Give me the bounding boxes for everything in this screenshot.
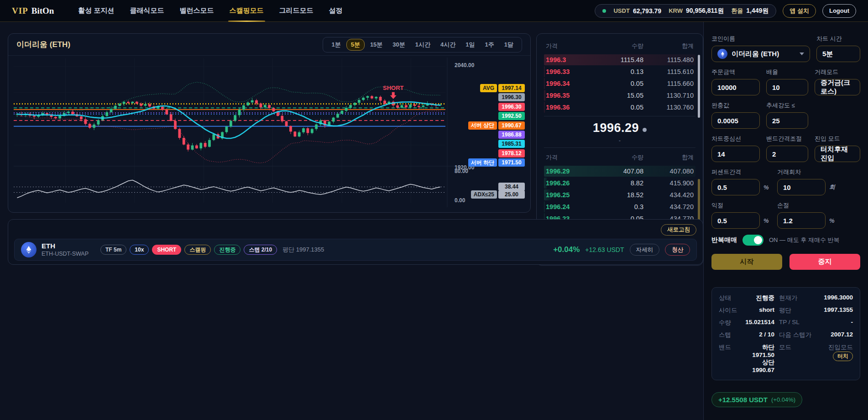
timeframe-4시간[interactable]: 4시간 (436, 39, 460, 51)
timeframe-group: 1분5분15분30분1시간4시간1일1주1달 (323, 37, 522, 52)
chart-panel: 이더리움 (ETH) 1분5분15분30분1시간4시간1일1주1달 SHORT … (8, 33, 531, 213)
orderbook-qty: 0.3 (593, 203, 643, 210)
trade-mode-select[interactable]: 증거금(크로스) (815, 79, 860, 95)
start-button[interactable]: 시작 (711, 254, 782, 270)
refresh-button[interactable]: 새로고침 (661, 224, 696, 236)
price-level-value: 1985.31 (498, 140, 525, 148)
repeat-trade-toggle[interactable] (743, 235, 763, 246)
price-level-value: 1978.12 (498, 149, 525, 158)
price-axis: 2040.001920.0080.000.00AVG1997.141996.30… (447, 58, 526, 210)
orderbook-col-header: 합계 (643, 153, 694, 162)
ask-scrollbar[interactable] (698, 55, 700, 118)
price-level-value: 1997.14 (498, 84, 525, 92)
nav-item-설정[interactable]: 설정 (321, 0, 350, 22)
take-profit-input[interactable] (711, 212, 760, 229)
orderbook-price: 1996.3 (546, 56, 593, 63)
tp-unit: % (763, 217, 769, 224)
order-amount-input[interactable] (711, 79, 760, 95)
ask-row[interactable]: 1996.3515.051130.710 (544, 89, 695, 101)
entry-mode-label: 진입 모드 (815, 135, 860, 143)
liquidate-button[interactable]: 청산 (665, 244, 690, 256)
badge-10x: 10x (130, 245, 149, 255)
timeframe-1주[interactable]: 1주 (481, 39, 499, 51)
ask-row[interactable]: 1996.31115.481115.480 (544, 54, 695, 66)
nav-item-그리드모드[interactable]: 그리드모드 (272, 0, 321, 22)
position-row[interactable]: ETH ETH-USDT-SWAP TF 5m10xSHORT스캘핑진행중스텝 … (14, 239, 697, 261)
orderbook-qty: 407.08 (593, 168, 643, 175)
orderbook-total: 1115.610 (643, 68, 694, 75)
brand-logo[interactable]: VIP BitOn (12, 6, 54, 16)
leverage-input[interactable] (766, 79, 808, 95)
chart-header: 이더리움 (ETH) 1분5분15분30분1시간4시간1일1주1달 (8, 34, 530, 56)
pnl-pill: +12.5508 USDT (+0.04%) (711, 392, 802, 407)
timeframe-1달[interactable]: 1달 (500, 39, 518, 51)
last-price-block: 1996.29 - (544, 116, 695, 148)
rounds-input[interactable] (777, 179, 826, 195)
status-label: 수량 (719, 319, 740, 327)
order-amount-label: 주문금액 (711, 68, 760, 76)
percent-unit: % (763, 184, 769, 191)
status-label: 현재가 (779, 294, 818, 302)
coin-name-label: 코인이름 (711, 35, 810, 43)
status-value: 2007.12 (823, 331, 853, 338)
percent-gap-input[interactable] (711, 179, 760, 195)
orderbook-qty: 15.05 (593, 92, 643, 99)
app-install-button[interactable]: 앱 설치 (783, 4, 816, 18)
rounds-unit: 회 (829, 183, 835, 191)
axis-tick: 2040.00 (455, 62, 474, 68)
nav-item-벨런스모드[interactable]: 벨런스모드 (172, 0, 222, 22)
detail-button[interactable]: 자세히 (630, 244, 660, 256)
timeframe-5분[interactable]: 5분 (346, 39, 365, 51)
exchange-rate: 1,449원 (746, 7, 769, 15)
leverage-label: 배율 (766, 68, 808, 76)
timeframe-30분[interactable]: 30분 (388, 39, 409, 51)
nav-item-스캘핑모드[interactable]: 스캘핑모드 (222, 0, 272, 22)
buffer-input[interactable] (711, 112, 760, 129)
position-symbol: ETH (42, 242, 89, 251)
brand-biton: BitOn (31, 6, 54, 16)
nav-item-활성 포지션[interactable]: 활성 포지션 (70, 0, 122, 22)
chart-center-input[interactable] (711, 146, 760, 162)
price-level-name: 서버 하단 (468, 158, 497, 167)
status-label: 다음 스텝가 (779, 331, 818, 339)
nav-right: USDT 62,793.79 KRW 90,956,811원 환율 1,449원… (595, 4, 856, 18)
nav-item-클래식모드[interactable]: 클래식모드 (122, 0, 172, 22)
bid-row[interactable]: 1996.2518.52434.420 (544, 189, 695, 201)
price-level-value: 1992.50 (498, 112, 525, 120)
status-value-line2: 상단 1990.67 (744, 358, 774, 373)
depth-bar (544, 201, 545, 212)
status-label: 모드 (779, 343, 818, 352)
entry-mode-select[interactable]: 터치후재진입 (815, 146, 860, 162)
orderbook-price: 1996.26 (546, 179, 593, 187)
trend-strength-input[interactable] (766, 112, 808, 129)
logout-button[interactable]: Logout (822, 4, 856, 18)
top-nav: VIP BitOn 활성 포지션클래식모드벨런스모드스캘핑모드그리드모드설정 U… (0, 0, 868, 22)
price-level-row: 1978.12 (498, 149, 525, 158)
orderbook-total: 1130.760 (643, 104, 694, 111)
settings-sidebar: 코인이름 이더리움 (ETH) 차트 시간 주문금액 배율 (703, 22, 868, 420)
timeframe-1시간[interactable]: 1시간 (411, 39, 435, 51)
coin-select[interactable]: 이더리움 (ETH) (711, 46, 810, 62)
price-level-name: AVG (480, 84, 497, 92)
app-root: VIP BitOn 활성 포지션클래식모드벨런스모드스캘핑모드그리드모드설정 U… (0, 0, 868, 420)
short-marker: SHORT (383, 84, 404, 91)
ask-row[interactable]: 1996.340.051115.660 (544, 78, 695, 89)
status-label: 밴드 (719, 343, 740, 352)
bid-row[interactable]: 1996.268.82415.900 (544, 177, 695, 189)
bid-row[interactable]: 1996.240.3434.720 (544, 201, 695, 213)
stop-button[interactable]: 중지 (790, 254, 860, 270)
status-value: 진행중 (744, 294, 774, 302)
stop-loss-input[interactable] (777, 212, 826, 229)
axis-tick: 80.00 (455, 168, 468, 174)
stop-loss-label: 손절 (777, 201, 837, 210)
status-mode-value: 진입모드터치 (823, 343, 853, 361)
chart-time-input[interactable] (816, 46, 860, 62)
bid-row[interactable]: 1996.29407.08407.080 (544, 165, 695, 177)
coin-select-value: 이더리움 (ETH) (732, 50, 779, 58)
ask-row[interactable]: 1996.360.051130.760 (544, 101, 695, 113)
band-gap-input[interactable] (766, 146, 808, 162)
timeframe-1일[interactable]: 1일 (461, 39, 479, 51)
ask-row[interactable]: 1996.330.131115.610 (544, 66, 695, 78)
timeframe-15분[interactable]: 15분 (366, 39, 387, 51)
timeframe-1분[interactable]: 1분 (327, 39, 345, 51)
